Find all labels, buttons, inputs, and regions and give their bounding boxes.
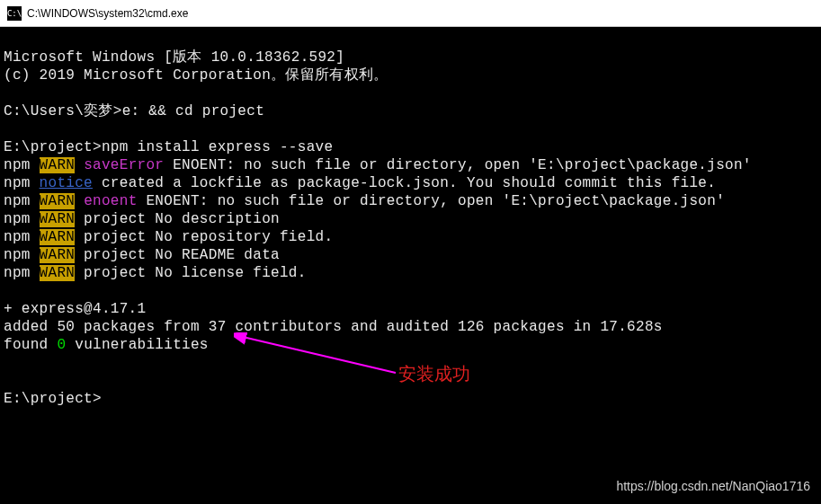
prompt-1-cmd: e: && cd project (122, 103, 264, 119)
npm-msg: project No license field. (75, 265, 306, 281)
warn-badge: WARN (40, 229, 76, 245)
npm-line: npm (4, 265, 40, 281)
prompt-2-cmd: npm install express --save (102, 139, 333, 155)
npm-line: npm (4, 175, 40, 191)
npm-code: saveError (84, 157, 164, 173)
annotation-label: 安装成功 (398, 362, 470, 386)
npm-msg: project No repository field. (75, 229, 333, 245)
npm-line: npm (4, 211, 40, 227)
vuln-found-b: vulnerabilities (66, 337, 208, 353)
npm-code: notice (40, 175, 93, 191)
vuln-count: 0 (57, 337, 66, 353)
prompt-1-path: C:\Users\奕梦> (4, 103, 122, 119)
window-title: C:\WINDOWS\system32\cmd.exe (27, 7, 188, 20)
copyright-line: (c) 2019 Microsoft Corporation。保留所有权利。 (4, 67, 388, 84)
space (75, 157, 84, 173)
npm-msg: project No README data (75, 247, 280, 263)
watermark-text: https://blog.csdn.net/NanQiao1716 (616, 479, 810, 493)
npm-code: enoent (84, 193, 137, 209)
npm-line: npm (4, 229, 40, 245)
npm-line: npm (4, 193, 40, 209)
npm-line: npm (4, 157, 40, 173)
install-result-package: + express@4.17.1 (4, 301, 146, 317)
cmd-icon: C:\ (7, 6, 22, 21)
warn-badge: WARN (40, 157, 76, 173)
install-result-added: added 50 packages from 37 contributors a… (4, 319, 663, 335)
npm-msg: created a lockfile as package-lock.json.… (93, 175, 716, 191)
space (75, 193, 84, 209)
npm-line: npm (4, 247, 40, 263)
warn-badge: WARN (40, 211, 76, 227)
vuln-found-a: found (4, 337, 57, 353)
prompt-3-path: E:\project> (4, 391, 102, 407)
os-version-line: Microsoft Windows [版本 10.0.18362.592] (4, 49, 344, 66)
warn-badge: WARN (40, 193, 76, 209)
npm-msg: project No description (75, 211, 280, 227)
npm-msg: ENOENT: no such file or directory, open … (164, 157, 752, 173)
warn-badge: WARN (40, 265, 76, 281)
terminal-output[interactable]: Microsoft Windows [版本 10.0.18362.592] (c… (0, 27, 821, 411)
warn-badge: WARN (40, 247, 76, 263)
prompt-2-path: E:\project> (4, 139, 102, 155)
npm-msg: ENOENT: no such file or directory, open … (138, 193, 726, 209)
window-titlebar[interactable]: C:\ C:\WINDOWS\system32\cmd.exe (0, 0, 821, 27)
